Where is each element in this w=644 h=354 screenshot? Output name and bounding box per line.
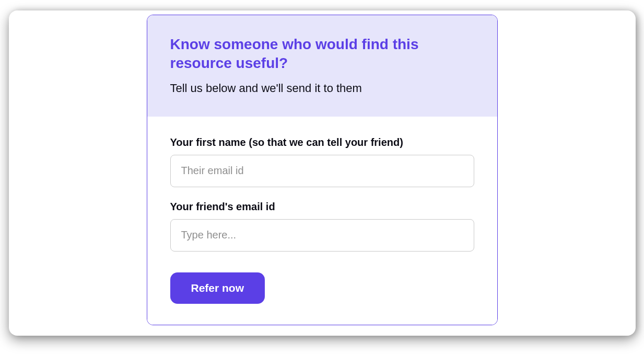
first-name-group: Your first name (so that we can tell you… bbox=[170, 136, 474, 187]
page-container: Know someone who would find this resourc… bbox=[9, 10, 636, 336]
refer-now-button[interactable]: Refer now bbox=[170, 272, 265, 304]
card-title: Know someone who would find this resourc… bbox=[170, 35, 474, 73]
card-subtitle: Tell us below and we'll send it to them bbox=[170, 81, 474, 97]
friend-email-label: Your friend's email id bbox=[170, 201, 474, 213]
card-header: Know someone who would find this resourc… bbox=[147, 15, 497, 117]
first-name-label: Your first name (so that we can tell you… bbox=[170, 136, 474, 149]
referral-card: Know someone who would find this resourc… bbox=[147, 15, 498, 325]
first-name-input[interactable] bbox=[170, 155, 474, 187]
friend-email-group: Your friend's email id bbox=[170, 201, 474, 252]
card-body: Your first name (so that we can tell you… bbox=[147, 117, 497, 325]
friend-email-input[interactable] bbox=[170, 219, 474, 252]
